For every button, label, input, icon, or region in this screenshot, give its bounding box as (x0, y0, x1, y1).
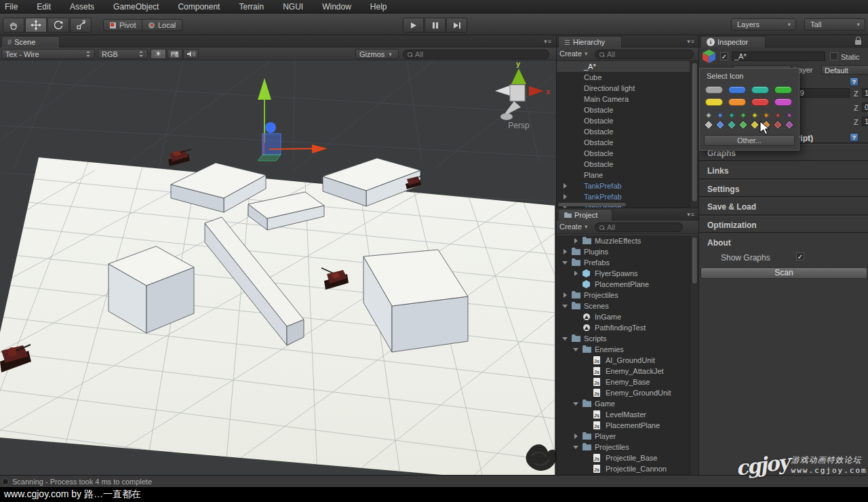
icon-dot-swatch[interactable] (728, 121, 735, 128)
foldout-arrow-icon[interactable] (562, 303, 568, 309)
icon-pill-swatch[interactable] (705, 98, 723, 106)
foldout-arrow-icon[interactable] (584, 412, 590, 418)
hierarchy-row[interactable]: Cube (557, 72, 698, 83)
position-z-field[interactable]: 1.20544 (862, 88, 868, 98)
project-tree-row[interactable]: Projectile_Base (557, 452, 698, 463)
section-save-load[interactable]: Save & Load (699, 197, 868, 215)
icon-dot-swatch[interactable] (787, 113, 792, 118)
project-tree-row[interactable]: MuzzleEffects (557, 235, 698, 246)
foldout-arrow-icon[interactable] (562, 336, 568, 342)
layer-dropdown[interactable]: Default (821, 65, 868, 75)
play-button[interactable] (403, 18, 424, 33)
audio-toggle[interactable] (183, 49, 199, 59)
project-tree-row[interactable]: Prefabs (557, 257, 698, 268)
project-tree-row[interactable]: PlacementPlane (557, 279, 698, 290)
icon-pill-swatch[interactable] (705, 86, 723, 94)
project-tree-row[interactable]: InGame (557, 311, 698, 322)
static-checkbox[interactable] (830, 52, 838, 60)
icon-dot-swatch[interactable] (775, 113, 781, 118)
foldout-arrow-icon[interactable] (562, 151, 568, 157)
foldout-arrow-icon[interactable] (584, 455, 590, 461)
tab-project[interactable]: Project (558, 209, 612, 220)
icon-dot-swatch[interactable] (739, 121, 747, 128)
tab-hierarchy[interactable]: ☰ Hierarchy (558, 36, 622, 47)
icon-dot-swatch[interactable] (706, 113, 711, 118)
foldout-arrow-icon[interactable] (562, 107, 568, 113)
lock-icon[interactable] (855, 40, 861, 45)
hierarchy-create-button[interactable]: Create ▾ (559, 50, 588, 58)
foldout-arrow-icon[interactable] (562, 75, 568, 81)
project-tree-row[interactable]: Scripts (557, 333, 698, 344)
hierarchy-row[interactable]: Directional light (557, 83, 698, 94)
tab-scene[interactable]: # Scene (1, 36, 60, 47)
foldout-arrow-icon[interactable] (584, 368, 590, 374)
project-scrollbar[interactable] (690, 235, 698, 476)
foldout-arrow-icon[interactable] (573, 238, 579, 244)
menu-edit[interactable]: Edit (27, 0, 60, 14)
layers-dropdown[interactable]: Layers ▾ (731, 18, 796, 31)
foldout-arrow-icon[interactable] (562, 129, 568, 135)
hierarchy-row[interactable]: Main Camera (557, 94, 698, 104)
active-checkbox[interactable]: ✓ (720, 52, 728, 60)
menu-ngui[interactable]: NGUI (273, 0, 313, 14)
foldout-arrow-icon[interactable] (573, 347, 579, 353)
project-tree-row[interactable]: Scenes (557, 301, 698, 311)
foldout-arrow-icon[interactable] (573, 282, 579, 288)
foldout-arrow-icon[interactable] (584, 466, 590, 472)
color-mode-dropdown[interactable]: RGB (98, 49, 148, 59)
pivot-toggle-button[interactable]: Pivot (103, 19, 142, 31)
scene-search-input[interactable]: All (403, 50, 549, 59)
step-button[interactable] (446, 18, 467, 33)
scale-tool-button[interactable] (70, 18, 92, 33)
selected-object-cube[interactable] (262, 134, 281, 155)
hand-tool-button[interactable] (3, 18, 24, 33)
foldout-arrow-icon[interactable] (584, 390, 590, 396)
foldout-arrow-icon[interactable] (573, 444, 579, 450)
scale-z-field[interactable]: 1 (862, 117, 868, 126)
project-tree-row[interactable]: Enemy_Base (557, 376, 698, 387)
foldout-arrow-icon[interactable] (562, 140, 568, 146)
section-links[interactable]: Links (699, 161, 868, 179)
icon-dot-swatch[interactable] (752, 113, 757, 118)
icon-dot-swatch[interactable] (774, 121, 781, 128)
foldout-arrow-icon[interactable] (562, 118, 568, 124)
scrollbar-thumb[interactable] (692, 237, 698, 284)
menu-window[interactable]: Window (313, 0, 361, 14)
rotation-z-field[interactable]: 0 (862, 102, 868, 112)
hierarchy-search-input[interactable]: All (595, 50, 694, 59)
hierarchy-row[interactable]: Obstacle (557, 137, 698, 148)
rotate-tool-button[interactable] (47, 18, 69, 33)
project-tree-row[interactable]: PathfindingTest (557, 322, 698, 333)
section-about[interactable]: About (699, 233, 868, 251)
panel-menu-icon[interactable]: ▾≡ (687, 38, 695, 45)
project-tree-row[interactable]: AI_GroundUnit (557, 355, 698, 366)
project-tree-row[interactable]: Projectiles (557, 290, 698, 301)
menu-file[interactable]: File (0, 0, 27, 14)
gizmos-dropdown[interactable]: Gizmos ▾ (355, 49, 399, 59)
icon-dot-swatch[interactable] (705, 121, 712, 128)
icon-pill-swatch[interactable] (751, 98, 769, 106)
panel-menu-icon[interactable]: ▾≡ (687, 211, 695, 218)
scan-button[interactable]: Scan (701, 267, 867, 279)
help-icon[interactable]: ? (850, 133, 859, 142)
foldout-arrow-icon[interactable] (562, 64, 568, 70)
icon-dot-swatch[interactable] (729, 113, 734, 118)
show-graphs-checkbox[interactable]: ✓ (796, 252, 804, 260)
icon-dot-swatch[interactable] (717, 113, 723, 118)
section-settings[interactable]: Settings (699, 180, 868, 197)
help-icon[interactable]: ? (850, 77, 859, 86)
foldout-arrow-icon[interactable] (584, 379, 590, 385)
icon-pill-swatch[interactable] (774, 98, 792, 106)
hierarchy-hscrollbar[interactable] (558, 203, 626, 206)
icon-dot-swatch[interactable] (751, 121, 758, 128)
hierarchy-row[interactable]: TankPrefab (557, 191, 698, 202)
icon-pill-swatch[interactable] (728, 98, 746, 106)
layout-dropdown[interactable]: Tall ▾ (804, 18, 865, 31)
project-tree-row[interactable]: FlyerSpawns (557, 268, 698, 279)
project-tree-row[interactable]: Player (557, 431, 698, 442)
local-toggle-button[interactable]: Local (142, 19, 182, 31)
foldout-arrow-icon[interactable] (573, 314, 579, 320)
foldout-arrow-icon[interactable] (562, 96, 568, 102)
icon-dot-swatch[interactable] (741, 113, 746, 118)
project-create-button[interactable]: Create ▾ (559, 223, 588, 231)
